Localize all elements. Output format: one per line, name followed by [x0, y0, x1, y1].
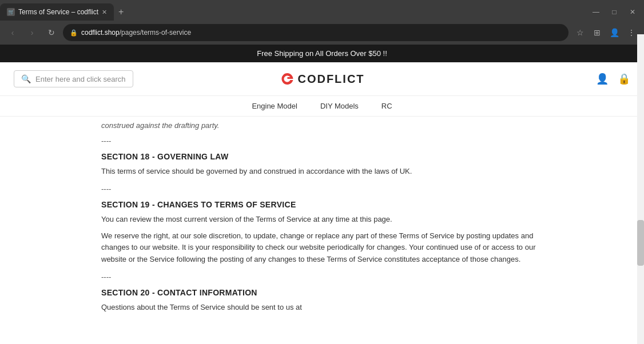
section-18-body-0: This terms of service should be governed…	[101, 166, 543, 178]
window-controls: — □ ✕	[587, 3, 644, 21]
toolbar-icons: ☆ ⊞ 👤 ⋮	[572, 25, 639, 41]
site-nav: Engine Model DIY Models RC	[0, 96, 644, 117]
browser-tabs: 🛒 Terms of Service – codflict ✕ + — □ ✕	[0, 0, 644, 21]
site-logo: CODFLICT	[279, 71, 364, 87]
address-bar[interactable]: 🔒 codflict.shop/pages/terms-of-service	[63, 24, 569, 41]
minimize-button[interactable]: —	[587, 3, 605, 21]
scrollbar-thumb[interactable]	[637, 220, 644, 266]
active-tab[interactable]: 🛒 Terms of Service – codflict ✕	[0, 3, 114, 21]
search-icon: 🔍	[21, 74, 31, 83]
search-bar[interactable]: 🔍 Enter here and click search	[14, 70, 133, 87]
divider-20: ----	[101, 273, 543, 281]
content-intro: construed against the drafting party.	[101, 117, 543, 130]
tab-close-button[interactable]: ✕	[102, 9, 107, 16]
divider-19: ----	[101, 185, 543, 193]
close-button[interactable]: ✕	[623, 3, 642, 21]
url-path: /pages/terms-of-service	[120, 29, 191, 37]
nav-item-rc[interactable]: RC	[381, 102, 392, 110]
cart-icon[interactable]: 🔒	[618, 73, 630, 85]
browser-toolbar: ‹ › ↻ 🔒 codflict.shop/pages/terms-of-ser…	[0, 21, 644, 45]
refresh-button[interactable]: ↻	[43, 25, 59, 41]
nav-item-diy-models[interactable]: DIY Models	[320, 102, 359, 110]
section-20-title: SECTION 20 - CONTACT INFORMATION	[101, 288, 543, 297]
announcement-text: Free Shipping on All Orders Over $50 !!	[257, 49, 387, 58]
section-19-title: SECTION 19 - CHANGES TO TERMS OF SERVICE	[101, 200, 543, 209]
maximize-button[interactable]: □	[605, 3, 623, 21]
site-header: 🔍 Enter here and click search CODFLICT 👤…	[0, 62, 644, 96]
tab-favicon: 🛒	[7, 8, 15, 16]
logo-icon	[279, 71, 295, 87]
nav-item-engine-model[interactable]: Engine Model	[252, 102, 297, 110]
announcement-bar: Free Shipping on All Orders Over $50 !!	[0, 45, 644, 62]
new-tab-button[interactable]: +	[114, 7, 128, 17]
section-20-body-0: Questions about the Terms of Service sho…	[101, 302, 543, 314]
back-button[interactable]: ‹	[5, 25, 21, 41]
extensions-icon[interactable]: ⊞	[589, 25, 605, 41]
divider-18: ----	[101, 137, 543, 145]
main-content: construed against the drafting party. --…	[88, 117, 556, 341]
lock-icon: 🔒	[70, 29, 78, 37]
section-19-body-0: You can review the most current version …	[101, 214, 543, 226]
tab-title: Terms of Service – codflict	[18, 8, 98, 16]
search-input-placeholder: Enter here and click search	[35, 75, 126, 83]
scrollbar-track[interactable]	[637, 34, 644, 341]
browser-chrome: 🛒 Terms of Service – codflict ✕ + — □ ✕ …	[0, 0, 644, 45]
account-icon[interactable]: 👤	[596, 73, 609, 85]
logo-text: CODFLICT	[297, 73, 364, 86]
section-19-body-1: We reserve the right, at our sole discre…	[101, 230, 543, 266]
url-text: codflict.shop/pages/terms-of-service	[81, 29, 562, 37]
section-18-title: SECTION 18 - GOVERNING LAW	[101, 152, 543, 161]
account-icon[interactable]: 👤	[606, 25, 622, 41]
bookmark-icon[interactable]: ☆	[572, 25, 588, 41]
url-base: codflict.shop	[81, 29, 120, 37]
forward-button[interactable]: ›	[24, 25, 40, 41]
site-wrapper: Free Shipping on All Orders Over $50 !! …	[0, 45, 644, 341]
header-actions: 👤 🔒	[596, 73, 630, 85]
